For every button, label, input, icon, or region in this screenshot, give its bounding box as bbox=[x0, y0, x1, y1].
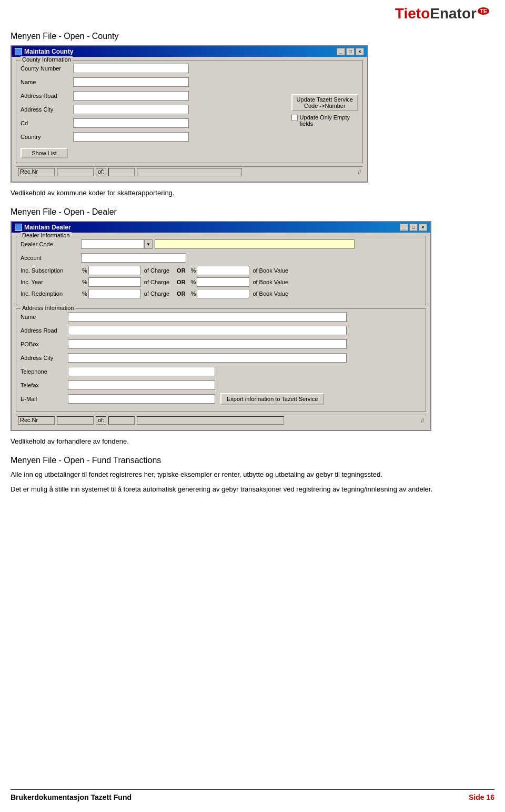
county-country-input[interactable] bbox=[73, 132, 189, 142]
update-only-empty-checkbox[interactable] bbox=[291, 115, 298, 121]
dealer-addr-city-label: Address City bbox=[21, 355, 68, 361]
county-title-icon bbox=[15, 48, 22, 55]
fund-para2: Det er mulig å stille inn systemet til å… bbox=[11, 484, 494, 495]
dealer-telephone-input[interactable] bbox=[68, 367, 215, 376]
inc-year-pct1: % bbox=[82, 279, 87, 285]
dealer-of-label: of: bbox=[96, 416, 106, 425]
inc-year-label: Inc. Year bbox=[21, 279, 81, 285]
county-maximize-btn[interactable]: □ bbox=[346, 48, 355, 55]
dealer-addr-name-input[interactable] bbox=[68, 312, 347, 322]
dealer-addr-city-input[interactable] bbox=[68, 353, 347, 363]
section-county-title: Menyen File - Open - County bbox=[11, 32, 494, 41]
dealer-pobox-input[interactable] bbox=[68, 339, 347, 349]
update-only-empty-row: Update Only Emptyfields bbox=[291, 114, 358, 127]
inc-redm-input2[interactable] bbox=[197, 289, 249, 298]
dealer-info-group: Dealer Information Dealer Code ▼ Account bbox=[16, 236, 426, 305]
dealer-addr-road-input[interactable] bbox=[68, 326, 347, 335]
dealer-code-row: Dealer Code ▼ bbox=[21, 238, 421, 250]
inc-year-input1[interactable] bbox=[88, 277, 141, 287]
county-address-city-label: Address City bbox=[21, 106, 73, 113]
inc-year-or: OR bbox=[177, 279, 186, 285]
show-list-btn[interactable]: Show List bbox=[21, 148, 68, 158]
export-tazett-btn[interactable]: Export information to Tazett Service bbox=[220, 393, 324, 405]
county-close-btn[interactable]: × bbox=[356, 48, 364, 55]
county-address-city-input[interactable] bbox=[73, 105, 189, 114]
dealer-code-input[interactable] bbox=[81, 239, 144, 249]
inc-redm-pct2: % bbox=[191, 290, 196, 297]
county-name-row: Name bbox=[21, 76, 287, 88]
county-description: Vedlikehold av kommune koder for skatter… bbox=[11, 189, 494, 197]
dealer-extra-field bbox=[137, 416, 284, 425]
inc-sub-label: Inc. Subscription bbox=[21, 267, 81, 274]
county-number-input[interactable] bbox=[73, 64, 189, 73]
inc-sub-input2[interactable] bbox=[197, 266, 249, 275]
dealer-code-desc-input[interactable] bbox=[155, 239, 355, 249]
dealer-addr-road-label: Address Road bbox=[21, 327, 68, 334]
county-country-label: Country bbox=[21, 134, 73, 140]
inc-redm-pct1: % bbox=[82, 290, 87, 297]
dealer-title-buttons: _ □ × bbox=[400, 224, 427, 231]
logo: TietoEnatorTE bbox=[395, 5, 489, 22]
dealer-recnr-label: Rec.Nr bbox=[18, 416, 55, 425]
county-titlebar: Maintain County _ □ × bbox=[12, 46, 367, 57]
county-name-input[interactable] bbox=[73, 77, 189, 87]
county-address-road-label: Address Road bbox=[21, 93, 73, 99]
dealer-account-row: Account bbox=[21, 252, 421, 264]
update-only-empty-label: Update Only Emptyfields bbox=[300, 114, 350, 127]
county-number-label: County Number bbox=[21, 65, 73, 72]
county-of-label: of: bbox=[96, 168, 106, 176]
dealer-dialog-title: Maintain Dealer bbox=[24, 224, 71, 231]
dealer-of-value bbox=[108, 416, 135, 425]
inc-sub-book: of Book Value bbox=[252, 267, 288, 274]
dealer-divider: // bbox=[421, 418, 424, 424]
county-address-road-input[interactable] bbox=[73, 91, 189, 101]
dealer-addr-road-row: Address Road bbox=[21, 325, 421, 336]
section-county: Menyen File - Open - County Maintain Cou… bbox=[11, 32, 494, 197]
county-name-label: Name bbox=[21, 79, 73, 85]
logo-badge: TE bbox=[478, 7, 489, 15]
inc-sub-of-charge: of Charge bbox=[144, 267, 169, 274]
inc-redm-input1[interactable] bbox=[88, 289, 141, 298]
inc-year-pct2: % bbox=[191, 279, 196, 285]
county-group-title: County Information bbox=[21, 56, 73, 63]
county-cd-row: Cd bbox=[21, 117, 287, 129]
county-recnr-label: Rec.Nr bbox=[18, 168, 55, 176]
inc-sub-pct1: % bbox=[82, 267, 87, 274]
section-fund-transactions: Menyen File - Open - Fund Transactions A… bbox=[11, 456, 494, 494]
county-number-row: County Number bbox=[21, 63, 287, 74]
update-tazett-btn[interactable]: Update Tazett ServiceCode ->Number bbox=[291, 94, 358, 111]
inc-year-input2[interactable] bbox=[197, 277, 249, 287]
county-dialog-title: Maintain County bbox=[24, 48, 73, 55]
dealer-maximize-btn[interactable]: □ bbox=[409, 224, 418, 231]
inc-sub-input1[interactable] bbox=[88, 266, 141, 275]
dealer-account-label: Account bbox=[21, 255, 81, 261]
county-statusbar: Rec.Nr of: // bbox=[16, 166, 363, 177]
dealer-close-btn[interactable]: × bbox=[419, 224, 427, 231]
dealer-telefax-input[interactable] bbox=[68, 380, 215, 390]
inc-redm-book: of Book Value bbox=[252, 290, 288, 297]
dealer-statusbar: Rec.Nr of: // bbox=[16, 415, 426, 426]
dealer-code-arrow[interactable]: ▼ bbox=[144, 239, 153, 249]
inc-year-row: Inc. Year % of Charge OR % of Book Value bbox=[21, 277, 421, 287]
fund-para1: Alle inn og utbetalinger til fondet regi… bbox=[11, 469, 494, 480]
county-country-row: Country bbox=[21, 131, 287, 143]
county-cd-input[interactable] bbox=[73, 118, 189, 128]
county-minimize-btn[interactable]: _ bbox=[337, 48, 345, 55]
county-info-group: County Information County Number Name bbox=[16, 60, 363, 163]
inc-year-of-charge: of Charge bbox=[144, 279, 169, 285]
county-title-buttons: _ □ × bbox=[337, 48, 364, 55]
inc-year-book: of Book Value bbox=[252, 279, 288, 285]
dealer-minimize-btn[interactable]: _ bbox=[400, 224, 408, 231]
county-address-city-row: Address City bbox=[21, 104, 287, 115]
inc-redm-or: OR bbox=[177, 290, 186, 297]
county-divider: // bbox=[358, 169, 361, 175]
dealer-telephone-row: Telephone bbox=[21, 366, 421, 377]
dealer-code-label: Dealer Code bbox=[21, 241, 81, 247]
dealer-titlebar: Maintain Dealer _ □ × bbox=[12, 222, 430, 233]
footer-right-text: Side 16 bbox=[469, 793, 494, 801]
dealer-address-group: Address Information Name Address Road PO… bbox=[16, 308, 426, 412]
dealer-email-input[interactable] bbox=[68, 394, 215, 404]
inc-sub-or: OR bbox=[177, 267, 186, 274]
dealer-account-input[interactable] bbox=[81, 253, 186, 263]
county-extra-field bbox=[137, 168, 242, 176]
